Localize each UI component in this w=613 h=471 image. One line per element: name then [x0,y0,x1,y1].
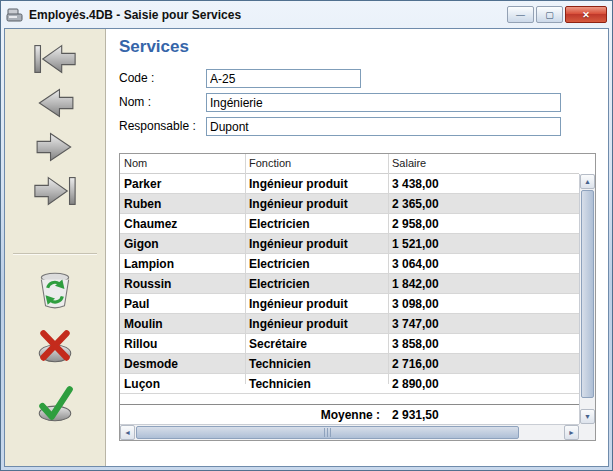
horizontal-scrollbar[interactable]: ◄ ► [120,424,579,440]
cell-fonction: Ingénieur produit [245,174,388,193]
next-record-icon [28,128,82,166]
green-check-icon [34,383,76,425]
scroll-right-icon[interactable]: ► [564,425,579,440]
validate-record-button[interactable] [17,381,93,427]
cell-fonction: Ingénieur produit [245,294,388,313]
cell-nom: Paul [120,294,245,313]
cell-nom: Luçon [120,374,245,393]
table-body: Parker Ingénieur produit 3 438,00 Ruben … [120,174,579,404]
app-window: Employés.4DB - Saisie pour Services — ▢ … [0,0,613,471]
last-record-icon [28,172,82,210]
cell-fonction: Ingénieur produit [245,234,388,253]
sidebar-separator [13,253,97,255]
scroll-left-icon[interactable]: ◄ [120,425,135,440]
cell-nom: Ruben [120,194,245,213]
window-controls: — ▢ ✕ [507,6,607,23]
cell-salaire: 3 098,00 [388,294,579,313]
table-row[interactable]: Parker Ingénieur produit 3 438,00 [120,174,579,194]
minimize-button[interactable]: — [507,6,534,23]
toolbar-sidebar [5,29,106,466]
cell-nom: Lampion [120,254,245,273]
cell-nom: Gigon [120,234,245,253]
delete-record-button[interactable] [17,265,93,313]
form-area: Services Code : Nom : Responsable : Nom … [106,29,608,466]
code-input[interactable] [206,69,361,88]
cell-fonction: Technicien [245,354,388,373]
cell-nom: Parker [120,174,245,193]
code-label: Code : [119,72,154,85]
cell-fonction: Electricien [245,254,388,273]
average-label: Moyenne : [120,405,388,424]
cell-salaire: 2 365,00 [388,194,579,213]
average-value: 2 931,50 [388,405,579,424]
scroll-grip-icon [324,428,331,437]
cell-nom: Desmode [120,354,245,373]
scroll-up-icon[interactable]: ▲ [580,174,595,189]
vertical-scroll-thumb[interactable] [581,190,594,398]
responsable-label: Responsable : [119,120,196,133]
cell-salaire: 3 064,00 [388,254,579,273]
table-row[interactable]: Luçon Technicien 2 890,00 [120,374,579,394]
column-header-salaire[interactable]: Salaire [392,157,426,169]
horizontal-scroll-thumb[interactable] [136,426,519,439]
table-header: Nom Fonction Salaire [120,154,579,174]
vertical-scrollbar[interactable]: ▲ ▼ [579,174,595,424]
table-row[interactable]: Ruben Ingénieur produit 2 365,00 [120,194,579,214]
first-record-icon [28,40,82,78]
cell-fonction: Electricien [245,274,388,293]
cell-fonction: Ingénieur produit [245,314,388,333]
responsable-input[interactable] [206,117,561,136]
next-record-button[interactable] [17,125,93,169]
window-title: Employés.4DB - Saisie pour Services [29,8,241,22]
first-record-button[interactable] [17,37,93,81]
cell-fonction: Ingénieur produit [245,194,388,213]
cell-salaire: 1 521,00 [388,234,579,253]
cell-salaire: 1 842,00 [388,274,579,293]
nom-label: Nom : [119,96,151,109]
employees-table: Nom Fonction Salaire Parker Ingénieur pr… [119,153,596,441]
table-row[interactable]: Roussin Electricien 1 842,00 [120,274,579,294]
cell-nom: Chaumez [120,214,245,233]
cell-nom: Roussin [120,274,245,293]
red-cross-icon [34,325,76,367]
table-row[interactable]: Desmode Technicien 2 716,00 [120,354,579,374]
window-content: Services Code : Nom : Responsable : Nom … [4,28,609,467]
table-footer: Moyenne : 2 931,50 [120,404,579,424]
page-title: Services [119,37,189,57]
maximize-button[interactable]: ▢ [536,6,563,23]
scrollbar-corner [579,424,595,440]
cell-fonction: Technicien [245,374,388,393]
cell-salaire: 2 716,00 [388,354,579,373]
cell-fonction: Secrétaire [245,334,388,353]
table-row[interactable]: Moulin Ingénieur produit 3 747,00 [120,314,579,334]
cell-fonction: Electricien [245,214,388,233]
column-header-fonction[interactable]: Fonction [249,157,291,169]
cell-salaire: 2 958,00 [388,214,579,233]
nom-input[interactable] [206,93,561,112]
cell-salaire: 2 890,00 [388,374,579,393]
titlebar: Employés.4DB - Saisie pour Services — ▢ … [1,1,612,28]
cell-salaire: 3 438,00 [388,174,579,193]
close-button[interactable]: ✕ [565,6,607,23]
previous-record-icon [28,84,82,122]
cancel-record-button[interactable] [17,323,93,369]
trash-recycle-icon [34,268,76,310]
column-header-nom[interactable]: Nom [124,157,147,169]
cell-nom: Rillou [120,334,245,353]
app-icon[interactable] [6,7,24,23]
table-row[interactable]: Gigon Ingénieur produit 1 521,00 [120,234,579,254]
cell-salaire: 3 858,00 [388,334,579,353]
cell-nom: Moulin [120,314,245,333]
table-row[interactable]: Rillou Secrétaire 3 858,00 [120,334,579,354]
last-record-button[interactable] [17,169,93,213]
table-row[interactable]: Paul Ingénieur produit 3 098,00 [120,294,579,314]
table-row[interactable]: Lampion Electricien 3 064,00 [120,254,579,274]
cell-salaire: 3 747,00 [388,314,579,333]
table-row[interactable]: Chaumez Electricien 2 958,00 [120,214,579,234]
previous-record-button[interactable] [17,81,93,125]
scroll-down-icon[interactable]: ▼ [580,409,595,424]
